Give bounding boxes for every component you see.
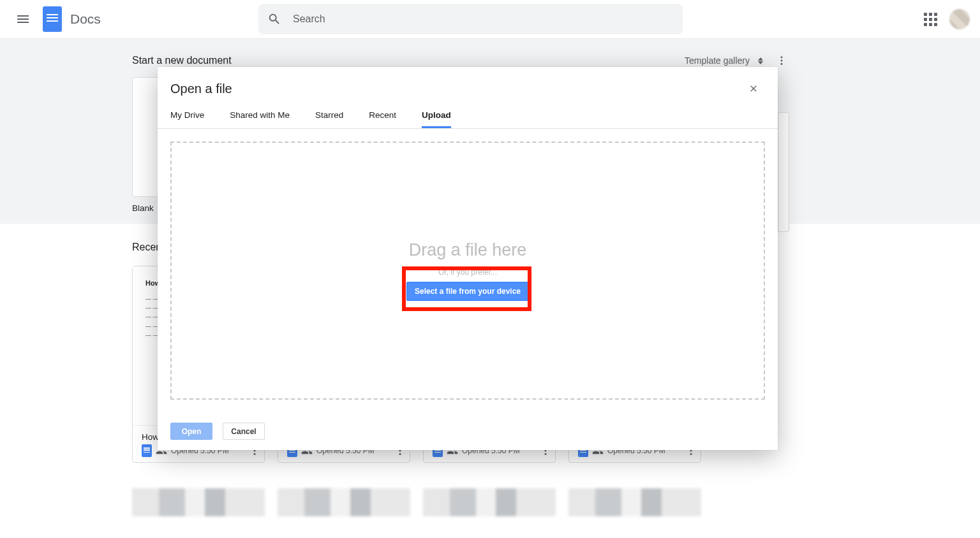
app-title: Docs	[70, 11, 101, 27]
more-vert-icon	[776, 55, 787, 66]
start-new-document-title: Start a new document	[132, 55, 232, 66]
svg-point-9	[254, 453, 256, 455]
top-bar: Docs	[0, 0, 980, 39]
google-apps-button[interactable]	[923, 11, 938, 27]
docs-logo[interactable]	[41, 8, 64, 31]
close-button[interactable]	[745, 80, 762, 98]
svg-point-1	[781, 60, 783, 62]
dialog-title: Open a file	[170, 82, 232, 96]
dialog-tabs: My DriveShared with MeStarredRecentUploa…	[158, 98, 778, 129]
account-avatar[interactable]	[949, 9, 970, 29]
svg-point-0	[781, 56, 783, 58]
tab-my-drive[interactable]: My Drive	[170, 110, 204, 128]
search-icon	[267, 12, 281, 26]
or-prefer-text: Or, if you prefer...	[438, 268, 497, 277]
svg-point-2	[781, 63, 783, 65]
template-gallery-label: Template gallery	[685, 55, 750, 66]
svg-point-18	[690, 453, 692, 455]
template-gallery-button[interactable]: Template gallery	[685, 55, 765, 66]
close-icon	[748, 84, 759, 94]
document-card[interactable]	[568, 488, 701, 516]
cancel-button[interactable]: Cancel	[223, 423, 265, 440]
select-file-button[interactable]: Select a file from your device	[406, 282, 529, 301]
tab-starred[interactable]: Starred	[315, 110, 343, 128]
tab-recent[interactable]: Recent	[369, 110, 396, 128]
document-card[interactable]	[132, 488, 265, 516]
drag-file-text: Drag a file here	[409, 240, 527, 260]
templates-more-button[interactable]	[774, 53, 789, 68]
hamburger-icon	[15, 11, 31, 27]
main-menu-button[interactable]	[8, 4, 38, 34]
search-input[interactable]	[293, 13, 674, 25]
svg-point-12	[399, 453, 401, 455]
tab-shared-with-me[interactable]: Shared with Me	[230, 110, 290, 128]
expand-icon	[756, 55, 765, 66]
open-button[interactable]: Open	[170, 423, 212, 440]
search-bar[interactable]	[258, 4, 683, 34]
open-file-dialog: Open a file My DriveShared with MeStarre…	[158, 67, 778, 450]
docs-file-icon	[142, 444, 152, 457]
svg-point-15	[545, 453, 547, 455]
document-card[interactable]	[278, 488, 410, 516]
template-peek	[778, 112, 789, 232]
upload-drop-zone[interactable]: Drag a file here Or, if you prefer... Se…	[170, 142, 765, 400]
document-card[interactable]	[423, 488, 556, 516]
tab-upload[interactable]: Upload	[422, 110, 451, 128]
